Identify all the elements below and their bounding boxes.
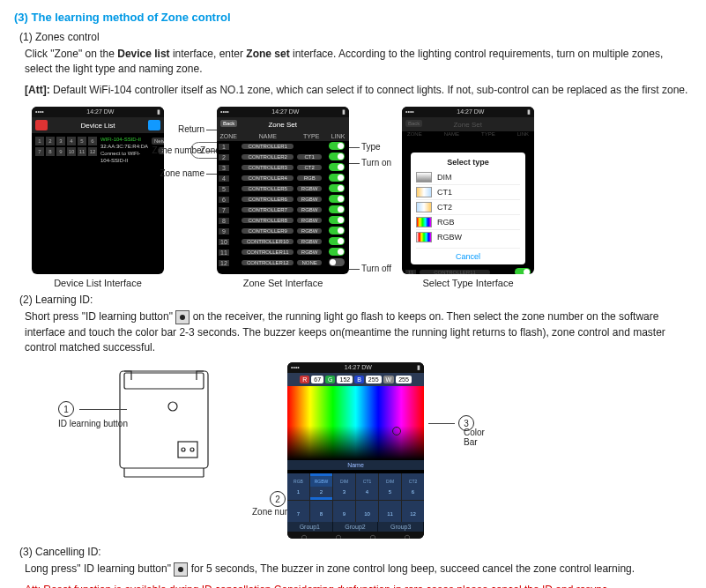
zone-number: 8 — [219, 218, 229, 224]
search-icon[interactable] — [148, 120, 160, 130]
zone-num-4[interactable]: 4 — [67, 137, 76, 145]
zone-name[interactable]: CONTROLLER11 — [242, 249, 294, 255]
zone-row: 7CONTROLLER7RGBW — [217, 205, 349, 215]
select-type-block: •••• 14:27 DW ▮ Back Zone Set ZONE NAME … — [402, 107, 534, 288]
r-value[interactable]: 67 — [311, 376, 323, 383]
zone-type[interactable]: RGBW — [297, 207, 322, 212]
zone-number-grid[interactable]: RGB1RGBW2DIM3CT14DIM5CT26789101112 — [287, 473, 424, 522]
zone-name[interactable]: CONTROLLER6 — [242, 197, 294, 202]
zone-name[interactable]: CONTROLLER9 — [242, 228, 294, 234]
zone-num-7[interactable]: 7 — [35, 147, 44, 156]
zone-name[interactable]: CONTROLLER1 — [242, 144, 294, 149]
link-toggle[interactable] — [329, 184, 345, 192]
zone-select-5[interactable]: DIM5 — [379, 473, 401, 500]
type-option-dim[interactable]: DIM — [416, 170, 520, 184]
group-group2[interactable]: Group2 — [333, 522, 379, 532]
zone-name[interactable]: CONTROLLER3 — [242, 165, 294, 170]
type-option-rgbw[interactable]: RGBW — [416, 229, 520, 244]
device-conn: Connect to WIFI-104-SSID-II — [100, 151, 148, 165]
link-toggle[interactable] — [329, 142, 345, 150]
zone-type[interactable]: RGBW — [297, 228, 322, 234]
back-button[interactable]: Back — [405, 120, 422, 127]
zone-row: 2CONTROLLER2CT1 — [217, 152, 349, 162]
link-toggle[interactable] — [329, 227, 345, 234]
link-toggle[interactable] — [515, 268, 531, 274]
svg-point-2 — [168, 402, 177, 411]
zone-type[interactable]: RGBW — [297, 197, 322, 202]
type-option-ct1[interactable]: CT1 — [416, 184, 520, 199]
link-toggle[interactable] — [329, 195, 345, 203]
zone-type[interactable]: RGBW — [297, 239, 322, 244]
zone-select-11[interactable]: 11 — [379, 501, 401, 522]
zone-name[interactable]: CONTROLLER5 — [242, 186, 294, 191]
tabbar[interactable]: ⬡ ⬡ ⬡ ⬡ — [287, 532, 424, 539]
tab-icon[interactable]: ⬡ — [287, 532, 322, 539]
zone-name[interactable]: CONTROLLER4 — [242, 175, 294, 181]
link-toggle[interactable] — [329, 205, 345, 213]
zone-type[interactable]: RGBW — [297, 249, 322, 255]
tab-icon[interactable]: ⬡ — [322, 532, 356, 539]
zone-select-4[interactable]: CT14 — [356, 473, 378, 500]
zone-select-3[interactable]: DIM3 — [333, 473, 355, 500]
zone-select-10[interactable]: 10 — [356, 501, 378, 522]
zone-num-9[interactable]: 9 — [56, 147, 65, 156]
tab-icon[interactable]: ⬡ — [356, 532, 390, 539]
back-button[interactable]: Back — [220, 120, 237, 127]
type-option-ct2[interactable]: CT2 — [416, 199, 520, 214]
color-picker-dot[interactable] — [392, 427, 401, 435]
zone-num-11[interactable]: 11 — [78, 147, 86, 156]
cancel-button[interactable]: Cancel — [416, 248, 520, 261]
zone-num-5[interactable]: 5 — [78, 137, 86, 145]
zone-select-8[interactable]: 8 — [310, 501, 332, 522]
zone-select-6[interactable]: CT26 — [402, 473, 424, 500]
group-group3[interactable]: Group3 — [378, 522, 424, 532]
zone-name[interactable]: CONTROLLER2 — [242, 154, 294, 160]
zone-num-1[interactable]: 1 — [35, 137, 44, 145]
zone-type[interactable]: NONE — [297, 260, 322, 265]
swatch-icon — [416, 202, 432, 212]
zone-type[interactable]: CT2 — [297, 165, 322, 170]
zone-type[interactable]: RGBW — [297, 218, 322, 223]
zone-row: 5CONTROLLER5RGBW — [217, 183, 349, 194]
zone-num-8[interactable]: 8 — [46, 147, 55, 156]
zone-num-3[interactable]: 3 — [56, 137, 65, 145]
zone-name[interactable]: CONTROLLER8 — [242, 218, 294, 223]
zone-name[interactable]: CONTROLLER12 — [242, 260, 294, 265]
color-bar[interactable] — [287, 391, 424, 460]
group-row[interactable]: Group1Group2Group3 — [287, 522, 424, 532]
g-value[interactable]: 152 — [337, 376, 353, 383]
zone-name[interactable]: CONTROLLER10 — [242, 239, 294, 244]
zone-select-9[interactable]: 9 — [333, 501, 355, 522]
type-option-rgb[interactable]: RGB — [416, 214, 520, 229]
zone-type[interactable]: CT1 — [297, 154, 322, 160]
zone-type[interactable]: RGB — [297, 175, 322, 181]
group-group1[interactable]: Group1 — [287, 522, 333, 532]
link-toggle[interactable] — [329, 237, 345, 245]
zone-num-2[interactable]: 2 — [46, 137, 55, 145]
zone-name[interactable]: CONTROLLER7 — [242, 207, 294, 212]
link-toggle[interactable] — [329, 163, 345, 171]
zone-select-1[interactable]: RGB1 — [287, 473, 309, 500]
zone-num-10[interactable]: 10 — [67, 147, 76, 156]
zone-select-2[interactable]: RGBW2 — [310, 473, 332, 500]
anno-color-bar-label: Color Bar — [464, 428, 485, 447]
zone-num-6[interactable]: 6 — [88, 137, 97, 145]
link-toggle[interactable] — [329, 153, 345, 160]
tab-icon[interactable]: ⬡ — [390, 532, 424, 539]
power-icon[interactable] — [35, 120, 48, 130]
zone-select-12[interactable]: 12 — [402, 501, 424, 522]
w-value[interactable]: 255 — [396, 376, 412, 383]
link-toggle[interactable] — [329, 258, 345, 266]
zone-select-7[interactable]: 7 — [287, 501, 309, 522]
titlebar: Back Zone Set — [217, 117, 349, 131]
zone-number: 9 — [219, 228, 229, 234]
zone-num-12[interactable]: 12 — [88, 147, 97, 156]
network-button[interactable]: Network — [152, 138, 164, 145]
b-value[interactable]: 255 — [366, 376, 382, 383]
zone-type[interactable]: RGBW — [297, 186, 322, 191]
link-toggle[interactable] — [329, 174, 345, 182]
cancel-para: Long press" ID learning button" for 5 se… — [25, 562, 692, 577]
link-toggle[interactable] — [329, 248, 345, 256]
link-toggle[interactable] — [329, 216, 345, 224]
battery-icon: ▮ — [342, 108, 346, 115]
